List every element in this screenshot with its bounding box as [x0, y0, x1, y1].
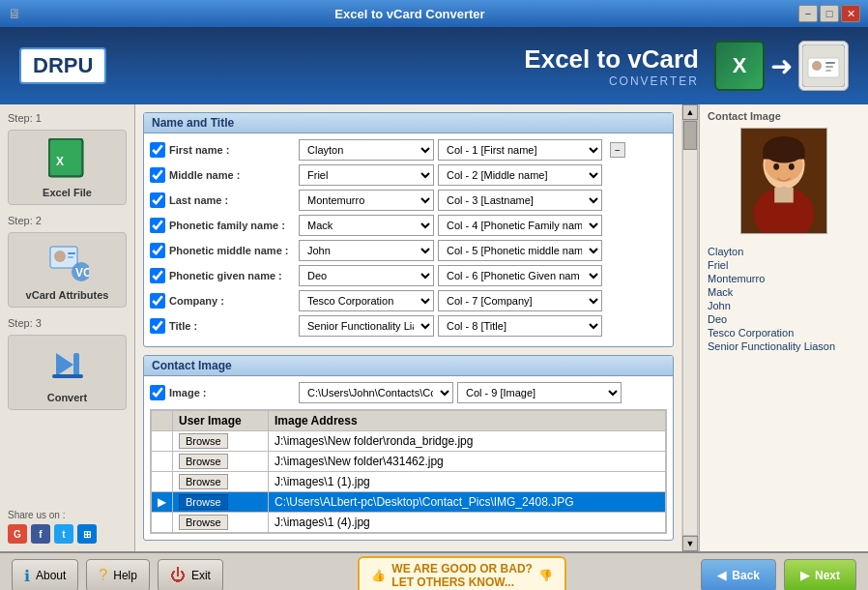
svg-rect-4 — [825, 66, 833, 68]
google-share-icon[interactable]: G — [8, 524, 27, 544]
image-checkbox[interactable] — [150, 385, 165, 400]
contact-field-phonetic-middle[interactable]: John — [708, 300, 860, 311]
browse-button-4[interactable]: Browse — [179, 494, 228, 510]
middle-name-col-dropdown[interactable]: Col - 2 [Middle name] — [438, 164, 602, 186]
image-table: User Image Image Address Browse J:\image… — [151, 410, 666, 533]
browse-cell-2[interactable]: Browse — [173, 452, 269, 472]
browse-cell-1[interactable]: Browse — [173, 431, 269, 452]
path-cell-2: J:\images\New folder\431462.jpg — [269, 452, 666, 472]
title-row: Title : Senior Functionality Liason Col … — [150, 315, 667, 337]
step2-name: vCard Attributes — [26, 289, 109, 301]
company-checkbox[interactable] — [150, 293, 165, 309]
image-dropdown[interactable]: C:\Users\John\Contacts\Co — [299, 382, 453, 403]
contact-image-section: Contact Image Image : C:\Users\John\Cont… — [143, 355, 674, 541]
svg-point-2 — [812, 61, 822, 71]
scroll-up-button[interactable]: ▲ — [682, 104, 698, 120]
last-name-dropdown[interactable]: Montemurro — [299, 190, 434, 211]
scroll-thumb[interactable] — [683, 121, 697, 150]
back-label: Back — [732, 569, 760, 582]
image-row-1[interactable]: Browse J:\images\New folder\ronda_bridge… — [152, 431, 666, 452]
image-row-5[interactable]: Browse J:\images\1 (4).jpg — [152, 513, 666, 533]
window-title: Excel to vCard Converter — [21, 7, 798, 21]
contact-field-title[interactable]: Senior Functionality Liason — [708, 340, 860, 352]
browse-button-5[interactable]: Browse — [179, 515, 228, 530]
svg-rect-12 — [68, 256, 73, 258]
phonetic-given-name-row: Phonetic given name : Deo Col - 6 [Phone… — [150, 265, 667, 286]
phonetic-family-name-dropdown[interactable]: Mack — [299, 215, 434, 236]
first-name-col-dropdown[interactable]: Col - 1 [First name] — [438, 139, 602, 161]
browse-cell-4[interactable]: Browse — [173, 492, 269, 513]
row-indicator-1 — [152, 431, 173, 452]
browse-button-1[interactable]: Browse — [179, 433, 228, 449]
browse-cell-3[interactable]: Browse — [173, 472, 269, 492]
back-button[interactable]: ◀ Back — [701, 559, 776, 590]
company-col-dropdown[interactable]: Col - 7 [Company] — [438, 290, 602, 311]
maximize-button[interactable]: □ — [820, 5, 839, 22]
feedback-line2: LET OTHERS KNOW... — [391, 575, 533, 589]
phonetic-family-name-col-dropdown[interactable]: Col - 4 [Phonetic Family nam — [438, 215, 602, 236]
step3-item[interactable]: Convert — [8, 335, 127, 410]
name-and-title-section: Name and Title First name : Clayton Col … — [143, 112, 674, 347]
contact-field-firstname[interactable]: Clayton — [708, 246, 860, 257]
browse-cell-5[interactable]: Browse — [173, 513, 269, 533]
phonetic-middle-name-col-dropdown[interactable]: Col - 5 [Phonetic middle nam — [438, 240, 602, 261]
windows-share-icon[interactable]: ⊞ — [77, 524, 97, 544]
collapse-button[interactable]: − — [610, 142, 625, 158]
feedback-badge[interactable]: 👍 WE ARE GOOD OR BAD? LET OTHERS KNOW...… — [358, 556, 566, 590]
phonetic-given-name-dropdown[interactable]: Deo — [299, 265, 434, 286]
phonetic-middle-name-checkbox[interactable] — [150, 243, 165, 258]
step2-item[interactable]: VC vCard Attributes — [8, 232, 127, 308]
image-row-4-selected[interactable]: ▶ Browse C:\Users\ALbert-pc\Desktop\Cont… — [152, 492, 666, 513]
middle-name-checkbox[interactable] — [150, 167, 165, 183]
twitter-share-icon[interactable]: t — [54, 524, 73, 544]
contact-field-company[interactable]: Tesco Corporation — [708, 327, 860, 339]
first-name-dropdown[interactable]: Clayton — [299, 139, 434, 161]
exit-button[interactable]: ⏻ Exit — [158, 559, 223, 590]
contact-field-phonetic-family[interactable]: Mack — [708, 286, 860, 298]
browse-button-2[interactable]: Browse — [179, 454, 228, 469]
thumbs-up-icon: 👍 — [371, 569, 386, 582]
phonetic-given-name-col-dropdown[interactable]: Col - 6 [Phonetic Given nam — [438, 265, 602, 286]
contact-field-phonetic-given[interactable]: Deo — [708, 313, 860, 325]
feedback-line1: WE ARE GOOD OR BAD? — [391, 562, 533, 575]
first-name-checkbox[interactable] — [150, 142, 165, 158]
image-col-dropdown[interactable]: Col - 9 [Image] — [457, 382, 622, 403]
contact-field-middlename[interactable]: Friel — [708, 259, 860, 271]
title-checkbox[interactable] — [150, 318, 165, 334]
svg-rect-24 — [774, 188, 794, 203]
last-name-col-dropdown[interactable]: Col - 3 [Lastname] — [438, 190, 602, 211]
phonetic-family-name-checkbox[interactable] — [150, 218, 165, 233]
facebook-share-icon[interactable]: f — [31, 524, 50, 544]
close-button[interactable]: ✕ — [841, 5, 860, 22]
image-field-row: Image : C:\Users\John\Contacts\Co Col - … — [144, 376, 673, 409]
scroll-down-button[interactable]: ▼ — [682, 536, 698, 551]
content-scroll-wrapper: Name and Title First name : Clayton Col … — [135, 104, 868, 551]
last-name-checkbox[interactable] — [150, 192, 165, 208]
step1-item[interactable]: X Excel File — [8, 130, 127, 205]
phonetic-family-name-label: Phonetic family name : — [169, 220, 295, 231]
contact-field-lastname[interactable]: Montemurro — [708, 273, 860, 284]
scroll-track[interactable] — [682, 120, 698, 536]
browse-button-3[interactable]: Browse — [179, 474, 228, 489]
phonetic-middle-name-dropdown[interactable]: John — [299, 240, 434, 261]
image-row-2[interactable]: Browse J:\images\New folder\431462.jpg — [152, 452, 666, 472]
contact-photo — [740, 128, 827, 234]
middle-name-dropdown[interactable]: Friel — [299, 164, 434, 186]
scrollbar[interactable]: ▲ ▼ — [681, 104, 699, 551]
image-row-3[interactable]: Browse J:\images\1 (1).jpg — [152, 472, 666, 492]
next-button[interactable]: ▶ Next — [784, 559, 856, 590]
help-icon: ? — [99, 567, 107, 584]
title-col-dropdown[interactable]: Col - 8 [Title] — [438, 315, 602, 337]
minimize-button[interactable]: − — [798, 5, 818, 22]
name-and-title-content: First name : Clayton Col - 1 [First name… — [144, 133, 673, 346]
phonetic-given-name-checkbox[interactable] — [150, 268, 165, 283]
user-image-header: User Image — [173, 411, 269, 431]
svg-rect-7 — [50, 140, 81, 175]
title-dropdown[interactable]: Senior Functionality Liason — [299, 315, 434, 337]
help-button[interactable]: ? Help — [86, 559, 150, 590]
back-arrow-icon: ◀ — [717, 569, 726, 582]
thumbs-down-icon: 👎 — [538, 569, 553, 582]
company-dropdown[interactable]: Tesco Corporation — [299, 290, 434, 311]
about-button[interactable]: ℹ About — [12, 559, 78, 590]
feedback-text: WE ARE GOOD OR BAD? LET OTHERS KNOW... — [391, 562, 533, 589]
